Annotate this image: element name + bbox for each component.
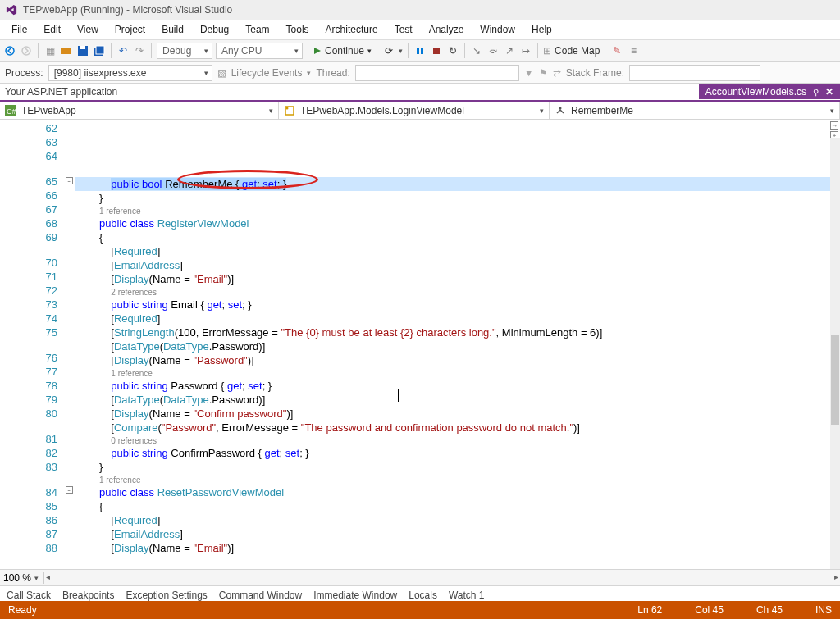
stop-icon[interactable] <box>430 44 443 57</box>
split-icon[interactable]: ↔ <box>830 121 838 130</box>
document-tab[interactable]: AccountViewModels.cs ⚲ ✕ <box>699 84 840 99</box>
menu-edit[interactable]: Edit <box>35 22 69 37</box>
codelens-reference[interactable]: 2 references <box>75 286 840 298</box>
tool-tab-call-stack[interactable]: Call Stack <box>7 589 51 601</box>
lifecycle-label[interactable]: Lifecycle Events <box>231 67 303 79</box>
nav-class[interactable]: TEPwebApp.Models.LoginViewModel <box>279 102 550 119</box>
code-line: [DataType(DataType.Password)] <box>75 393 840 407</box>
close-icon[interactable]: ✕ <box>825 86 833 98</box>
status-col: Col 45 <box>695 604 724 616</box>
code-line: public string Password { get; set; } <box>75 379 840 393</box>
stackframe-label: Stack Frame: <box>566 67 624 79</box>
svg-rect-3 <box>80 46 85 49</box>
menu-help[interactable]: Help <box>523 22 560 37</box>
tool-tab-command-window[interactable]: Command Window <box>219 589 302 601</box>
platform-combo[interactable]: Any CPU <box>216 43 303 59</box>
tool-tab-immediate-window[interactable]: Immediate Window <box>313 589 397 601</box>
refresh-icon[interactable]: ⟳ <box>382 44 395 57</box>
tool-icon-2[interactable]: ≡ <box>627 44 640 57</box>
banner-row: Your ASP.NET application AccountViewMode… <box>0 84 840 100</box>
code-editor[interactable]: 6263646566676869707172737475767778798081… <box>0 120 840 569</box>
doc-tab-name: AccountViewModels.cs <box>705 86 806 98</box>
fold-toggle[interactable]: - <box>66 486 73 494</box>
code-line: [EmailAddress] <box>75 527 840 541</box>
status-bar: Ready Ln 62 Col 45 Ch 45 INS <box>0 601 840 619</box>
menu-team[interactable]: Team <box>237 22 277 37</box>
tool-icon-1[interactable]: ✎ <box>610 44 623 57</box>
configuration-combo[interactable]: Debug <box>157 43 212 59</box>
class-icon <box>284 105 295 116</box>
status-ch: Ch 45 <box>756 604 783 616</box>
codelens-reference[interactable]: 1 reference <box>75 205 840 216</box>
step-icon[interactable]: ↦ <box>519 44 532 57</box>
code-line: [Required] <box>75 244 840 258</box>
redo-icon[interactable]: ↷ <box>133 44 146 57</box>
step-out-icon[interactable]: ↗ <box>503 44 516 57</box>
svg-point-12 <box>286 107 289 109</box>
step-over-icon[interactable]: ⤼ <box>486 44 500 57</box>
codelens-reference[interactable]: 0 references <box>75 435 840 446</box>
code-line: [Required] <box>75 312 840 325</box>
filter-icon[interactable]: ▼ <box>524 67 534 79</box>
stackframe-combo[interactable] <box>629 65 760 81</box>
step-into-icon[interactable]: ↘ <box>470 44 483 57</box>
csproj-icon: C# <box>5 105 16 116</box>
code-line: { <box>75 499 840 513</box>
tool-tab-exception-settings[interactable]: Exception Settings <box>126 589 207 601</box>
code-line: [Display(Name = "Confirm password")] <box>75 407 840 421</box>
code-line: public bool RememberMe { get; set; } <box>75 177 840 191</box>
codelens-reference[interactable]: 1 reference <box>75 367 840 379</box>
tool-tab-locals[interactable]: Locals <box>409 589 437 601</box>
code-line: public class ResetPasswordViewModel <box>75 485 840 499</box>
thread-combo[interactable] <box>355 65 519 81</box>
svg-point-13 <box>559 107 562 109</box>
code-line: public string Email { get; set; } <box>75 298 840 312</box>
vertical-scrollbar[interactable] <box>830 138 840 569</box>
menu-tools[interactable]: Tools <box>278 22 317 37</box>
menu-test[interactable]: Test <box>386 22 421 37</box>
code-line: [Display(Name = "Email")] <box>75 541 840 555</box>
menu-architecture[interactable]: Architecture <box>317 22 386 37</box>
codelens-reference[interactable]: 1 reference <box>75 474 840 485</box>
code-line: } <box>75 191 840 205</box>
svg-rect-5 <box>96 46 104 54</box>
fold-toggle[interactable]: - <box>66 177 73 184</box>
code-line: public class RegisterViewModel <box>75 216 840 230</box>
window-title: TEPwebApp (Running) - Microsoft Visual S… <box>23 4 232 16</box>
process-combo[interactable]: [9980] iisexpress.exe <box>48 65 212 81</box>
restart-icon[interactable]: ↻ <box>446 44 459 57</box>
nav-member[interactable]: RememberMe <box>550 102 840 119</box>
menu-analyze[interactable]: Analyze <box>421 22 472 37</box>
pause-icon[interactable] <box>413 44 427 57</box>
debug-toolbar: Process: [9980] iisexpress.exe ▧ Lifecyc… <box>0 62 840 84</box>
open-icon[interactable] <box>60 44 73 57</box>
new-icon[interactable]: ▦ <box>43 44 57 57</box>
menu-view[interactable]: View <box>69 22 107 37</box>
codemap-button[interactable]: ⊞Code Map <box>543 45 600 57</box>
menu-debug[interactable]: Debug <box>192 22 237 37</box>
svg-point-1 <box>22 47 30 55</box>
tool-tab-breakpoints[interactable]: Breakpoints <box>62 589 114 601</box>
menu-project[interactable]: Project <box>107 22 153 37</box>
threads-icon[interactable]: ⇄ <box>553 67 561 79</box>
lifecycle-icon[interactable]: ▧ <box>217 67 226 79</box>
menu-build[interactable]: Build <box>153 22 192 37</box>
menu-file[interactable]: File <box>3 22 35 37</box>
svg-rect-7 <box>421 48 423 54</box>
tool-tab-watch-1[interactable]: Watch 1 <box>449 589 485 601</box>
horizontal-scrollbar[interactable] <box>56 572 829 584</box>
save-icon[interactable] <box>76 44 89 57</box>
nav-back-icon[interactable] <box>3 44 16 57</box>
code-line: [EmailAddress] <box>75 258 840 272</box>
nav-fwd-icon[interactable] <box>20 44 33 57</box>
pin-icon[interactable]: ⚲ <box>813 88 819 97</box>
nav-project[interactable]: C# TEPwebApp <box>0 102 279 119</box>
navigation-bar: C# TEPwebApp TEPwebApp.Models.LoginViewM… <box>0 102 840 120</box>
menu-window[interactable]: Window <box>472 22 523 37</box>
save-all-icon[interactable] <box>93 44 106 57</box>
flag-icon[interactable]: ⚑ <box>539 67 548 79</box>
zoom-combo[interactable]: 100 % <box>0 572 44 584</box>
undo-icon[interactable]: ↶ <box>116 44 130 57</box>
svg-text:C#: C# <box>7 107 16 116</box>
continue-button[interactable]: Continue ▾ <box>313 45 372 57</box>
